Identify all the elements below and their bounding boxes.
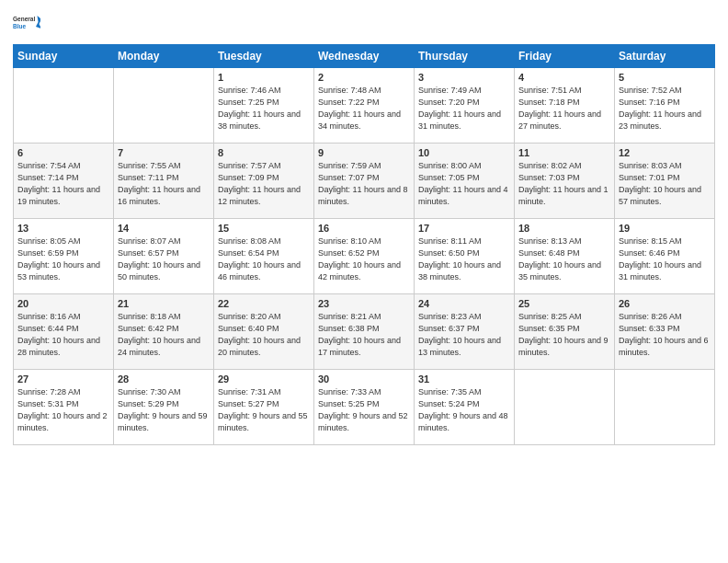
day-number: 16 xyxy=(318,223,410,234)
day-cell: 12Sunrise: 8:03 AMSunset: 7:01 PMDayligh… xyxy=(615,144,715,219)
day-number: 21 xyxy=(118,298,210,309)
day-info: Sunrise: 8:20 AMSunset: 6:40 PMDaylight:… xyxy=(218,311,310,359)
weekday-header-thursday: Thursday xyxy=(415,45,515,68)
day-cell xyxy=(615,370,715,445)
weekday-header-tuesday: Tuesday xyxy=(214,45,314,68)
day-info: Sunrise: 7:33 AMSunset: 5:25 PMDaylight:… xyxy=(318,386,410,434)
day-number: 3 xyxy=(418,72,510,83)
day-cell: 20Sunrise: 8:16 AMSunset: 6:44 PMDayligh… xyxy=(14,294,114,370)
day-info: Sunrise: 7:55 AMSunset: 7:11 PMDaylight:… xyxy=(118,160,210,208)
weekday-header-friday: Friday xyxy=(515,45,615,68)
logo: General Blue xyxy=(13,9,44,37)
day-number: 1 xyxy=(218,72,310,83)
day-cell: 25Sunrise: 8:25 AMSunset: 6:35 PMDayligh… xyxy=(515,294,615,370)
day-cell: 16Sunrise: 8:10 AMSunset: 6:52 PMDayligh… xyxy=(314,219,415,294)
svg-text:Blue: Blue xyxy=(13,23,26,29)
weekday-header-monday: Monday xyxy=(114,45,214,68)
day-info: Sunrise: 8:10 AMSunset: 6:52 PMDaylight:… xyxy=(318,236,410,283)
week-row-3: 13Sunrise: 8:05 AMSunset: 6:59 PMDayligh… xyxy=(14,219,715,294)
day-cell: 23Sunrise: 8:21 AMSunset: 6:38 PMDayligh… xyxy=(314,294,415,370)
day-cell xyxy=(14,68,114,144)
day-number: 19 xyxy=(619,223,711,234)
day-info: Sunrise: 7:51 AMSunset: 7:18 PMDaylight:… xyxy=(518,85,610,132)
day-cell: 7Sunrise: 7:55 AMSunset: 7:11 PMDaylight… xyxy=(114,144,214,219)
day-number: 11 xyxy=(518,147,610,158)
weekday-header-row: SundayMondayTuesdayWednesdayThursdayFrid… xyxy=(14,45,715,68)
day-info: Sunrise: 7:31 AMSunset: 5:27 PMDaylight:… xyxy=(218,386,310,434)
day-number: 24 xyxy=(418,298,510,309)
day-info: Sunrise: 8:00 AMSunset: 7:05 PMDaylight:… xyxy=(418,160,510,208)
day-number: 9 xyxy=(318,147,410,158)
week-row-4: 20Sunrise: 8:16 AMSunset: 6:44 PMDayligh… xyxy=(14,294,715,370)
day-cell: 14Sunrise: 8:07 AMSunset: 6:57 PMDayligh… xyxy=(114,219,214,294)
day-info: Sunrise: 8:05 AMSunset: 6:59 PMDaylight:… xyxy=(17,236,109,283)
day-cell: 22Sunrise: 8:20 AMSunset: 6:40 PMDayligh… xyxy=(214,294,314,370)
week-row-1: 1Sunrise: 7:46 AMSunset: 7:25 PMDaylight… xyxy=(14,68,715,144)
day-info: Sunrise: 8:21 AMSunset: 6:38 PMDaylight:… xyxy=(318,311,410,359)
day-info: Sunrise: 8:26 AMSunset: 6:33 PMDaylight:… xyxy=(619,311,711,359)
day-info: Sunrise: 7:57 AMSunset: 7:09 PMDaylight:… xyxy=(218,160,310,208)
day-cell: 6Sunrise: 7:54 AMSunset: 7:14 PMDaylight… xyxy=(14,144,114,219)
day-cell: 8Sunrise: 7:57 AMSunset: 7:09 PMDaylight… xyxy=(214,144,314,219)
day-cell xyxy=(515,370,615,445)
day-info: Sunrise: 8:11 AMSunset: 6:50 PMDaylight:… xyxy=(418,236,510,283)
day-cell xyxy=(114,68,214,144)
day-number: 4 xyxy=(518,72,610,83)
day-cell: 29Sunrise: 7:31 AMSunset: 5:27 PMDayligh… xyxy=(214,370,314,445)
day-number: 30 xyxy=(318,373,410,385)
weekday-header-saturday: Saturday xyxy=(615,45,715,68)
svg-marker-2 xyxy=(36,16,40,29)
day-cell: 9Sunrise: 7:59 AMSunset: 7:07 PMDaylight… xyxy=(314,144,415,219)
day-info: Sunrise: 8:07 AMSunset: 6:57 PMDaylight:… xyxy=(118,236,210,283)
day-number: 8 xyxy=(218,147,310,158)
day-cell: 11Sunrise: 8:02 AMSunset: 7:03 PMDayligh… xyxy=(515,144,615,219)
day-cell: 2Sunrise: 7:48 AMSunset: 7:22 PMDaylight… xyxy=(314,68,415,144)
day-info: Sunrise: 7:28 AMSunset: 5:31 PMDaylight:… xyxy=(17,386,109,434)
day-info: Sunrise: 8:15 AMSunset: 6:46 PMDaylight:… xyxy=(619,236,711,283)
day-info: Sunrise: 7:49 AMSunset: 7:20 PMDaylight:… xyxy=(418,85,510,132)
day-number: 28 xyxy=(118,373,210,385)
day-number: 20 xyxy=(17,298,109,309)
day-number: 26 xyxy=(619,298,711,309)
day-info: Sunrise: 7:54 AMSunset: 7:14 PMDaylight:… xyxy=(17,160,109,208)
day-info: Sunrise: 7:46 AMSunset: 7:25 PMDaylight:… xyxy=(218,85,310,132)
day-cell: 4Sunrise: 7:51 AMSunset: 7:18 PMDaylight… xyxy=(515,68,615,144)
day-info: Sunrise: 8:16 AMSunset: 6:44 PMDaylight:… xyxy=(17,311,109,359)
day-info: Sunrise: 7:30 AMSunset: 5:29 PMDaylight:… xyxy=(118,386,210,434)
day-cell: 15Sunrise: 8:08 AMSunset: 6:54 PMDayligh… xyxy=(214,219,314,294)
day-number: 15 xyxy=(218,223,310,234)
logo-icon: General Blue xyxy=(13,9,40,37)
week-row-2: 6Sunrise: 7:54 AMSunset: 7:14 PMDaylight… xyxy=(14,144,715,219)
day-cell: 3Sunrise: 7:49 AMSunset: 7:20 PMDaylight… xyxy=(415,68,515,144)
day-number: 23 xyxy=(318,298,410,309)
svg-text:General: General xyxy=(13,16,35,22)
day-info: Sunrise: 8:23 AMSunset: 6:37 PMDaylight:… xyxy=(418,311,510,359)
day-number: 12 xyxy=(619,147,711,158)
day-info: Sunrise: 7:52 AMSunset: 7:16 PMDaylight:… xyxy=(619,85,711,132)
day-number: 14 xyxy=(118,223,210,234)
day-number: 13 xyxy=(17,223,109,234)
day-cell: 28Sunrise: 7:30 AMSunset: 5:29 PMDayligh… xyxy=(114,370,214,445)
week-row-5: 27Sunrise: 7:28 AMSunset: 5:31 PMDayligh… xyxy=(14,370,715,445)
day-cell: 27Sunrise: 7:28 AMSunset: 5:31 PMDayligh… xyxy=(14,370,114,445)
day-cell: 26Sunrise: 8:26 AMSunset: 6:33 PMDayligh… xyxy=(615,294,715,370)
day-info: Sunrise: 7:35 AMSunset: 5:24 PMDaylight:… xyxy=(418,386,510,434)
day-cell: 1Sunrise: 7:46 AMSunset: 7:25 PMDaylight… xyxy=(214,68,314,144)
calendar-table: SundayMondayTuesdayWednesdayThursdayFrid… xyxy=(13,44,715,445)
day-number: 27 xyxy=(17,373,109,385)
weekday-header-sunday: Sunday xyxy=(14,45,114,68)
day-cell: 24Sunrise: 8:23 AMSunset: 6:37 PMDayligh… xyxy=(415,294,515,370)
day-number: 25 xyxy=(518,298,610,309)
day-number: 29 xyxy=(218,373,310,385)
day-number: 17 xyxy=(418,223,510,234)
day-info: Sunrise: 7:59 AMSunset: 7:07 PMDaylight:… xyxy=(318,160,410,208)
day-number: 18 xyxy=(518,223,610,234)
day-cell: 31Sunrise: 7:35 AMSunset: 5:24 PMDayligh… xyxy=(415,370,515,445)
day-number: 2 xyxy=(318,72,410,83)
day-info: Sunrise: 8:25 AMSunset: 6:35 PMDaylight:… xyxy=(518,311,610,359)
day-number: 6 xyxy=(17,147,109,158)
day-number: 7 xyxy=(118,147,210,158)
day-cell: 30Sunrise: 7:33 AMSunset: 5:25 PMDayligh… xyxy=(314,370,415,445)
day-info: Sunrise: 8:13 AMSunset: 6:48 PMDaylight:… xyxy=(518,236,610,283)
page-container: General Blue SundayMondayTuesdayWednesda… xyxy=(0,0,728,454)
